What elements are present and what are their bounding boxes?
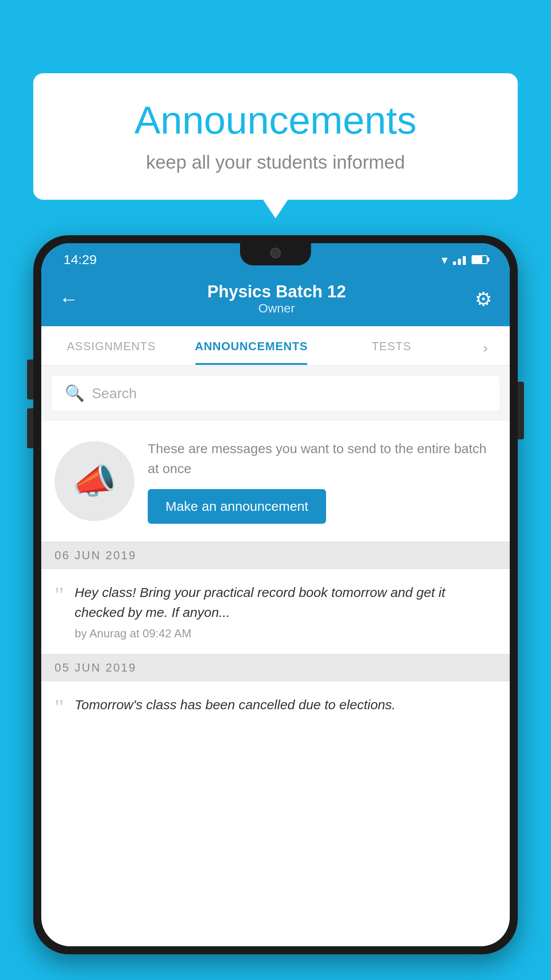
tab-announcements[interactable]: ANNOUNCEMENTS bbox=[181, 326, 322, 365]
date-separator-june6: 06 JUN 2019 bbox=[41, 542, 510, 569]
phone-screen: 14:29 ▾ ← Physics Batch 12 bbox=[41, 243, 510, 946]
quote-icon-2: " bbox=[55, 696, 64, 719]
app-header: ← Physics Batch 12 Owner ⚙ bbox=[41, 274, 510, 326]
announcement-meta-1: by Anurag at 09:42 AM bbox=[75, 627, 496, 640]
search-icon: 🔍 bbox=[65, 384, 85, 403]
announcement-content-2: Tomorrow's class has been cancelled due … bbox=[75, 695, 496, 719]
speech-bubble: Announcements keep all your students inf… bbox=[33, 73, 518, 200]
quote-icon-1: " bbox=[55, 584, 64, 607]
date-separator-june5: 05 JUN 2019 bbox=[41, 654, 510, 681]
phone-side-btn-volume-up bbox=[27, 360, 33, 399]
back-button[interactable]: ← bbox=[59, 288, 79, 310]
status-time: 14:29 bbox=[63, 252, 97, 267]
tab-more[interactable]: › bbox=[461, 326, 510, 365]
announcement-text-1: Hey class! Bring your practical record b… bbox=[75, 582, 496, 622]
speech-bubble-subtitle: keep all your students informed bbox=[60, 152, 491, 173]
signal-icon bbox=[453, 254, 466, 265]
signal-bar-1 bbox=[453, 261, 456, 265]
speech-bubble-title: Announcements bbox=[60, 98, 491, 143]
header-title-group: Physics Batch 12 Owner bbox=[207, 282, 346, 316]
battery-fill bbox=[472, 256, 482, 263]
promo-description: These are messages you want to send to t… bbox=[148, 439, 496, 478]
megaphone-icon: 📣 bbox=[72, 460, 117, 502]
search-placeholder: Search bbox=[92, 385, 137, 402]
tabs-bar: ASSIGNMENTS ANNOUNCEMENTS TESTS › bbox=[41, 326, 510, 366]
speech-bubble-container: Announcements keep all your students inf… bbox=[33, 73, 518, 200]
search-bar[interactable]: 🔍 Search bbox=[51, 375, 500, 411]
phone-side-btn-volume-down bbox=[27, 408, 33, 448]
phone-container: 14:29 ▾ ← Physics Batch 12 bbox=[33, 235, 518, 980]
search-container: 🔍 Search bbox=[41, 366, 510, 421]
phone-outer: 14:29 ▾ ← Physics Batch 12 bbox=[33, 235, 518, 954]
phone-camera bbox=[270, 248, 281, 258]
announcement-item-2[interactable]: " Tomorrow's class has been cancelled du… bbox=[41, 681, 510, 733]
wifi-icon: ▾ bbox=[441, 253, 448, 267]
promo-icon-circle: 📣 bbox=[55, 441, 134, 521]
announcement-text-2: Tomorrow's class has been cancelled due … bbox=[75, 695, 496, 715]
promo-block: 📣 These are messages you want to send to… bbox=[41, 421, 510, 542]
battery-icon bbox=[472, 255, 488, 264]
header-title: Physics Batch 12 bbox=[207, 282, 346, 301]
signal-bar-2 bbox=[458, 259, 461, 265]
tab-tests[interactable]: TESTS bbox=[322, 326, 462, 365]
phone-side-btn-power bbox=[518, 382, 524, 439]
header-subtitle: Owner bbox=[207, 301, 346, 316]
announcement-content-1: Hey class! Bring your practical record b… bbox=[75, 582, 496, 640]
tab-assignments[interactable]: ASSIGNMENTS bbox=[41, 326, 181, 365]
settings-gear-icon[interactable]: ⚙ bbox=[475, 288, 492, 310]
promo-right: These are messages you want to send to t… bbox=[148, 439, 496, 524]
status-icons: ▾ bbox=[441, 253, 488, 267]
signal-bar-3 bbox=[463, 256, 466, 265]
announcement-item-1[interactable]: " Hey class! Bring your practical record… bbox=[41, 569, 510, 654]
make-announcement-button[interactable]: Make an announcement bbox=[148, 489, 326, 524]
